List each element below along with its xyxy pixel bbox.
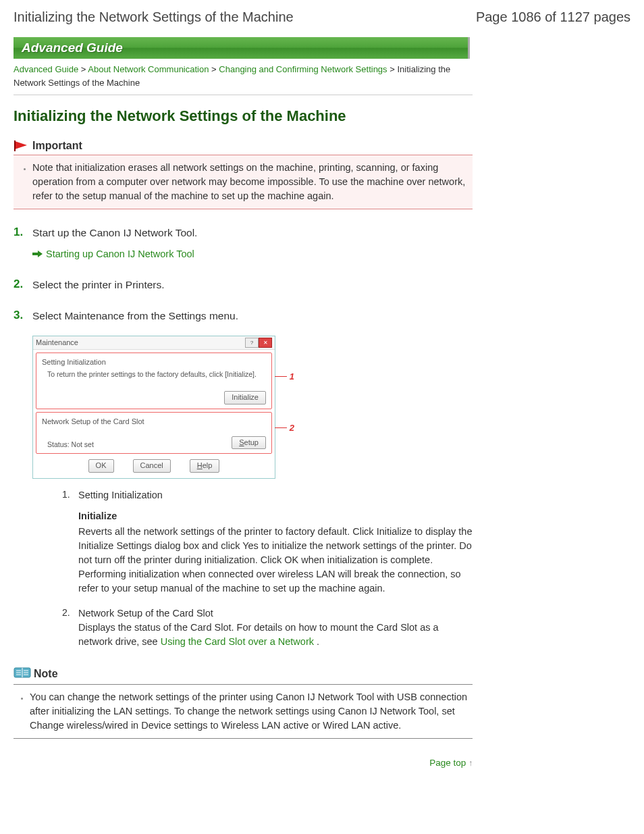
callout-2: 2 (275, 422, 294, 434)
step-1: 1. Start up the Canon IJ Network Tool. S… (14, 226, 473, 261)
status-label: Status: Not set (42, 440, 94, 450)
breadcrumb-sep: > (81, 64, 88, 74)
step-number: 2. (14, 278, 26, 292)
section-sub: To return the printer settings to the fa… (42, 369, 266, 380)
breadcrumb-link-3[interactable]: Changing and Confirming Network Settings (219, 64, 387, 74)
svg-marker-0 (15, 141, 27, 149)
cancel-button[interactable]: Cancel (133, 459, 171, 472)
note-box: You can change the network settings of t… (14, 684, 473, 739)
detail-item-2: 2. Network Setup of the Card Slot Displa… (62, 606, 473, 649)
detail-bold: Initialize (78, 509, 473, 523)
svg-rect-1 (14, 140, 16, 151)
detail-title: Network Setup of the Card Slot (78, 608, 213, 619)
step-text: Start up the Canon IJ Network Tool. (32, 226, 473, 240)
ok-button[interactable]: OK (88, 459, 114, 472)
banner-advanced-guide: Advanced Guide (14, 37, 470, 59)
note-label: Note (34, 668, 58, 680)
detail-item-1: 1. Setting Initialization Initialize Rev… (62, 488, 473, 596)
maintenance-dialog: 1 2 Maintenance ? ✕ Setting Initializati… (32, 336, 275, 479)
svg-marker-3 (38, 251, 43, 257)
page-title: Initializing the Network Settings of the… (14, 107, 473, 125)
step-2: 2. Select the printer in Printers. (14, 278, 473, 292)
step-number: 1. (14, 226, 26, 261)
breadcrumb-sep: > (211, 64, 219, 74)
detail-num: 1. (62, 488, 73, 596)
section-title: Network Setup of the Card Slot (42, 417, 266, 427)
important-label: Important (32, 140, 82, 152)
detail-body: Reverts all the network settings of the … (78, 526, 473, 594)
dialog-section-init: Setting Initialization To return the pri… (36, 353, 272, 409)
step-text: Select Maintenance from the Settings men… (32, 309, 473, 323)
breadcrumb: Advanced Guide > About Network Communica… (14, 63, 473, 89)
detail-title: Setting Initialization (78, 490, 163, 500)
card-slot-link[interactable]: Using the Card Slot over a Network (161, 636, 314, 647)
arrow-right-icon (32, 247, 43, 262)
breadcrumb-link-2[interactable]: About Network Communication (88, 64, 209, 74)
svg-rect-2 (32, 253, 38, 255)
close-icon[interactable]: ✕ (259, 338, 272, 348)
setup-button[interactable]: SSetupetup (232, 436, 266, 449)
note-heading: Note (14, 667, 473, 681)
important-box: Note that initialization erases all netw… (14, 155, 473, 209)
callout-1: 1 (275, 371, 294, 383)
help-icon[interactable]: ? (245, 338, 259, 348)
breadcrumb-sep: > (390, 64, 397, 74)
help-button[interactable]: HelpHelp (190, 459, 220, 472)
dialog-title: Maintenance (36, 338, 78, 348)
initialize-button[interactable]: Initialize (224, 391, 266, 404)
note-icon (14, 667, 31, 681)
flag-icon (14, 140, 30, 152)
step-text: Select the printer in Printers. (32, 278, 473, 292)
note-text: You can change the network settings of t… (30, 690, 468, 733)
breadcrumb-link-1[interactable]: Advanced Guide (14, 64, 78, 74)
page-indicator: Page 1086 of 1127 pages (476, 9, 630, 25)
page-top-link[interactable]: Page top ↑ (429, 758, 473, 768)
important-text: Note that initialization erases all netw… (32, 161, 466, 203)
page-header-title: Initializing the Network Settings of the… (14, 9, 294, 25)
dialog-section-cardslot: Network Setup of the Card Slot Status: N… (36, 412, 272, 454)
detail-num: 2. (62, 606, 73, 649)
divider (14, 95, 473, 95)
up-arrow-icon: ↑ (468, 758, 473, 768)
important-heading: Important (14, 140, 473, 152)
starting-up-link[interactable]: Starting up Canon IJ Network Tool (46, 247, 194, 261)
section-title: Setting Initialization (42, 357, 266, 367)
step-3: 3. Select Maintenance from the Settings … (14, 309, 473, 660)
detail-body-suffix: . (317, 636, 319, 647)
step-number: 3. (14, 309, 26, 660)
